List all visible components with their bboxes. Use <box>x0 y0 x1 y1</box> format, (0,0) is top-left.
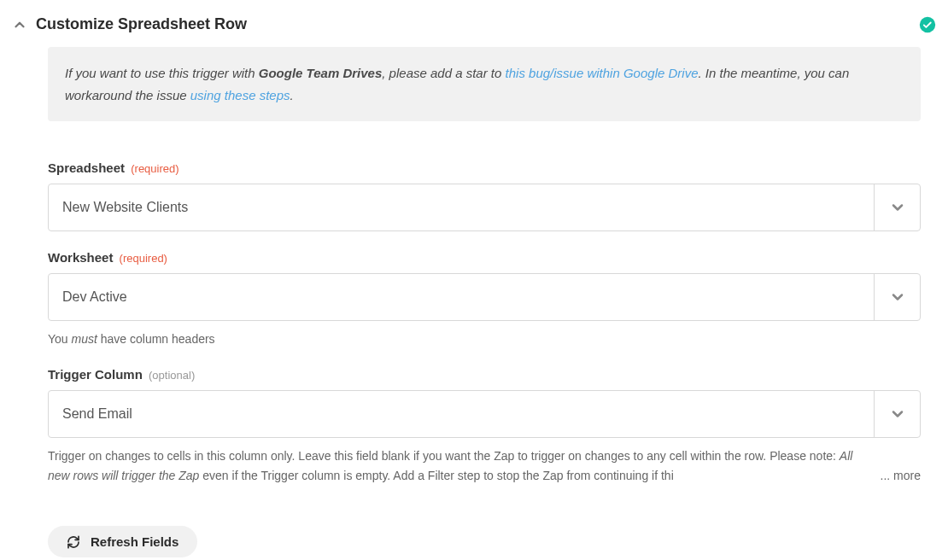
worksheet-dropdown[interactable]: Dev Active <box>48 273 921 321</box>
help-text-body: Trigger on changes to cells in this colu… <box>48 446 875 485</box>
help-text-part: Trigger on changes to cells in this colu… <box>48 449 840 463</box>
label-text: Trigger Column <box>48 367 143 382</box>
page-title: Customize Spreadsheet Row <box>36 15 247 33</box>
refresh-fields-button[interactable]: Refresh Fields <box>48 526 197 557</box>
status-check-icon <box>919 16 936 33</box>
help-text: Trigger on changes to cells in this colu… <box>48 446 921 485</box>
chevron-down-icon <box>874 184 920 230</box>
content-area: If you want to use this trigger with Goo… <box>12 47 936 557</box>
help-text: You must have column headers <box>48 330 921 348</box>
workaround-steps-link[interactable]: using these steps <box>190 88 290 102</box>
callout-text: , please add a star to <box>382 66 505 80</box>
help-text-em: must <box>72 332 97 346</box>
dropdown-value: Send Email <box>49 391 874 437</box>
callout-bold: Google Team Drives <box>259 66 383 80</box>
help-text-part: even if the Trigger column is empty. Add… <box>199 469 673 482</box>
trigger-column-dropdown[interactable]: Send Email <box>48 390 921 438</box>
field-worksheet: Worksheet (required) Dev Active You must… <box>48 250 921 348</box>
field-label: Trigger Column (optional) <box>48 367 921 382</box>
callout-text: If you want to use this trigger with <box>65 66 259 80</box>
collapse-chevron-icon[interactable] <box>12 17 27 32</box>
section-header: Customize Spreadsheet Row <box>12 15 936 33</box>
chevron-down-icon <box>874 274 920 320</box>
spreadsheet-dropdown[interactable]: New Website Clients <box>48 184 921 231</box>
label-text: Worksheet <box>48 250 113 265</box>
help-text-part: have column headers <box>97 332 215 346</box>
required-tag: (required) <box>120 252 167 265</box>
dropdown-value: Dev Active <box>49 274 874 320</box>
callout-text: . <box>290 88 294 102</box>
help-text-part: You <box>48 332 72 346</box>
header-left: Customize Spreadsheet Row <box>12 15 247 33</box>
field-label: Spreadsheet (required) <box>48 160 921 175</box>
field-trigger-column: Trigger Column (optional) Send Email Tri… <box>48 367 921 485</box>
bug-issue-link[interactable]: this bug/issue within Google Drive <box>506 66 699 80</box>
button-label: Refresh Fields <box>91 534 178 549</box>
info-callout: If you want to use this trigger with Goo… <box>48 47 921 121</box>
field-label: Worksheet (required) <box>48 250 921 265</box>
refresh-icon <box>67 535 80 549</box>
chevron-down-icon <box>874 391 920 437</box>
field-spreadsheet: Spreadsheet (required) New Website Clien… <box>48 160 921 231</box>
optional-tag: (optional) <box>149 369 195 382</box>
label-text: Spreadsheet <box>48 160 125 175</box>
dropdown-value: New Website Clients <box>49 184 874 230</box>
more-link[interactable]: ... more <box>881 466 921 485</box>
required-tag: (required) <box>131 162 178 175</box>
